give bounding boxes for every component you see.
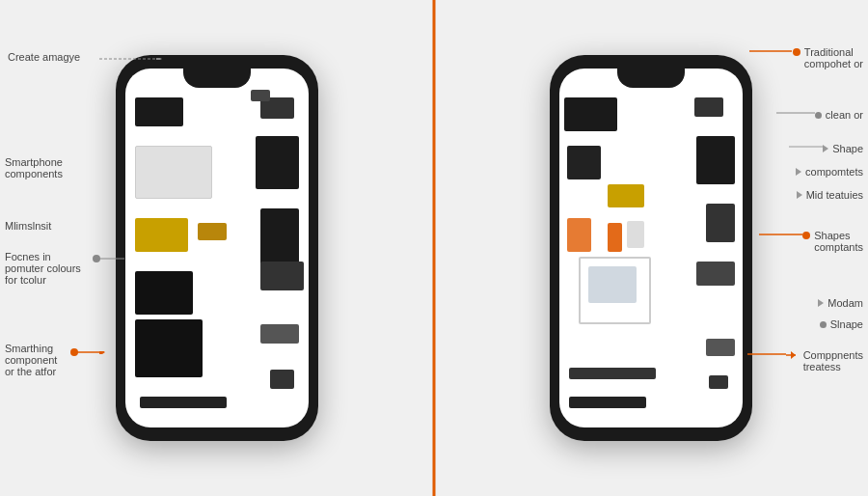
label-smartphone: Smartphone components (5, 156, 63, 179)
chip (608, 184, 644, 207)
chip (709, 375, 728, 389)
label-sinape: Slnape (820, 318, 863, 330)
chip (135, 319, 203, 377)
label-shape: Shape (823, 143, 863, 154)
chip (567, 146, 601, 179)
chip (135, 97, 183, 126)
chip (140, 397, 227, 408)
divider (433, 0, 436, 496)
label-shapes-comptants: Shapes comptants (802, 230, 863, 253)
label-compomtets: compomtets (796, 166, 863, 178)
chip (135, 271, 193, 315)
chip (569, 368, 656, 379)
label-traditional: Traditional compohet or (793, 46, 863, 69)
chip (608, 223, 622, 252)
chip (260, 262, 304, 290)
chip (694, 97, 723, 117)
right-phone (550, 55, 752, 441)
svg-marker-10 (791, 351, 796, 359)
chip (260, 324, 299, 344)
label-components-treatess: Comppnents treatess (786, 349, 863, 372)
chip (256, 136, 299, 189)
left-phone-screen (125, 69, 309, 427)
left-notch (183, 69, 251, 88)
label-focuses: Focnes in pomuter colours for tcolur (5, 251, 81, 286)
main-container: Create amagye Smartphone components Mlim… (0, 0, 868, 496)
label-clean-or: clean or (815, 109, 863, 121)
label-minimalist: Mlimslnsit (5, 220, 51, 232)
chip (706, 204, 735, 242)
chip (696, 136, 735, 184)
chip (588, 266, 637, 303)
right-notch (617, 69, 685, 88)
chip (696, 262, 735, 286)
right-phone-screen (559, 69, 743, 427)
svg-marker-4 (99, 351, 105, 354)
chip (706, 339, 735, 356)
chip (135, 146, 212, 199)
chip (567, 218, 591, 252)
chip (135, 218, 188, 252)
right-panel: Traditional compohet or clean or (434, 0, 868, 496)
label-smarthing: Smarthing component or the atfor (5, 343, 57, 377)
chip (564, 97, 617, 131)
left-phone (116, 55, 318, 441)
chip (198, 223, 227, 240)
chip (569, 397, 646, 408)
label-modam: Modam (818, 297, 863, 309)
chip (251, 90, 270, 101)
label-mid-teatuies: Mid teatuies (797, 189, 863, 201)
chip (627, 221, 644, 248)
label-create-image: Create amagye (8, 50, 80, 64)
left-panel: Create amagye Smartphone components Mlim… (0, 0, 434, 496)
chip (270, 370, 294, 389)
